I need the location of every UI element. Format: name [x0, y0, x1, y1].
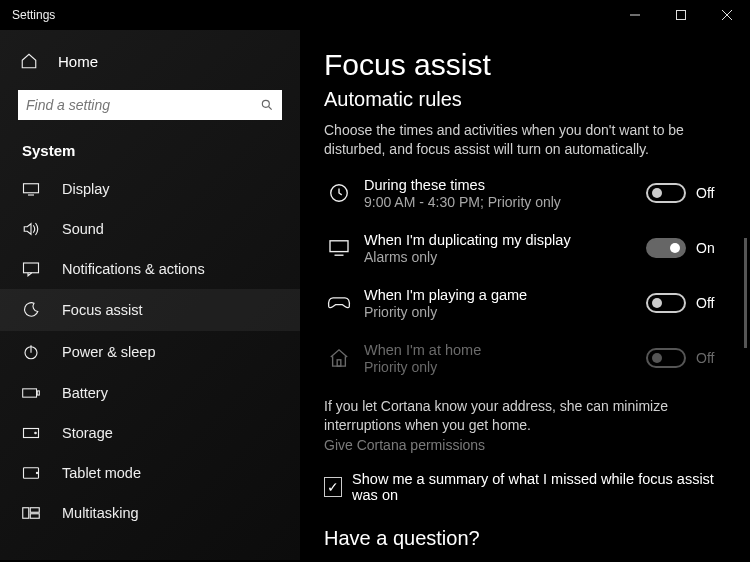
home-button[interactable]: Home — [0, 42, 300, 80]
game-icon — [324, 295, 354, 311]
rule-subtitle: Priority only — [364, 359, 646, 375]
summary-checkbox-row[interactable]: Show me a summary of what I missed while… — [324, 471, 720, 503]
sidebar-item-label: Battery — [62, 385, 108, 401]
close-button[interactable] — [704, 0, 750, 30]
sidebar-item-battery[interactable]: Battery — [0, 373, 300, 413]
svg-point-4 — [262, 100, 269, 107]
scrollbar[interactable] — [744, 238, 747, 348]
summary-checkbox-label: Show me a summary of what I missed while… — [352, 471, 720, 503]
sidebar-item-label: Tablet mode — [62, 465, 141, 481]
search-wrap — [18, 90, 282, 120]
rule-toggle[interactable] — [646, 183, 686, 203]
summary-checkbox[interactable] — [324, 477, 342, 497]
minimize-button[interactable] — [612, 0, 658, 30]
sidebar-item-display[interactable]: Display — [0, 169, 300, 209]
rule-at-home: When I'm at home Priority only Off — [324, 342, 720, 375]
rule-title: When I'm duplicating my display — [364, 232, 646, 248]
sidebar-item-notifications[interactable]: Notifications & actions — [0, 249, 300, 289]
page-title: Focus assist — [324, 48, 720, 82]
svg-point-14 — [35, 432, 37, 434]
cortana-hint: If you let Cortana know your address, sh… — [324, 397, 694, 435]
clock-icon — [324, 182, 354, 204]
svg-rect-18 — [30, 508, 39, 513]
window-title: Settings — [12, 8, 55, 22]
multitasking-icon — [22, 506, 40, 520]
rule-toggle — [646, 348, 686, 368]
sidebar-item-label: Power & sleep — [62, 344, 156, 360]
sidebar: Home System Display Sound Notifications … — [0, 30, 300, 560]
search-icon — [260, 98, 274, 116]
search-input[interactable] — [18, 90, 282, 120]
cortana-permissions-link[interactable]: Give Cortana permissions — [324, 437, 720, 453]
focus-assist-icon — [22, 301, 40, 319]
notifications-icon — [22, 261, 40, 277]
titlebar: Settings — [0, 0, 750, 30]
power-icon — [22, 343, 40, 361]
rule-subtitle: 9:00 AM - 4:30 PM; Priority only — [364, 194, 646, 210]
svg-point-16 — [36, 472, 37, 473]
svg-rect-8 — [24, 263, 39, 273]
rule-toggle[interactable] — [646, 293, 686, 313]
home-icon — [20, 52, 38, 70]
monitor-icon — [324, 239, 354, 257]
toggle-state: Off — [696, 350, 720, 366]
display-icon — [22, 182, 40, 196]
sidebar-item-label: Sound — [62, 221, 104, 237]
rule-playing-game[interactable]: When I'm playing a game Priority only Of… — [324, 287, 720, 320]
window-controls — [612, 0, 750, 30]
svg-rect-1 — [677, 11, 686, 20]
svg-rect-21 — [330, 241, 348, 252]
svg-rect-11 — [23, 389, 37, 397]
svg-rect-19 — [30, 514, 39, 519]
toggle-state: Off — [696, 295, 720, 311]
sidebar-item-label: Storage — [62, 425, 113, 441]
rule-title: When I'm playing a game — [364, 287, 646, 303]
maximize-button[interactable] — [658, 0, 704, 30]
sidebar-item-storage[interactable]: Storage — [0, 413, 300, 453]
storage-icon — [22, 426, 40, 440]
rule-subtitle: Alarms only — [364, 249, 646, 265]
sidebar-item-focus-assist[interactable]: Focus assist — [0, 289, 300, 331]
rule-duplicating-display[interactable]: When I'm duplicating my display Alarms o… — [324, 232, 720, 265]
sidebar-item-power[interactable]: Power & sleep — [0, 331, 300, 373]
svg-rect-6 — [24, 184, 39, 193]
sidebar-item-multitasking[interactable]: Multitasking — [0, 493, 300, 533]
svg-rect-12 — [37, 391, 39, 395]
toggle-state: On — [696, 240, 720, 256]
sidebar-item-sound[interactable]: Sound — [0, 209, 300, 249]
svg-rect-17 — [23, 508, 29, 519]
rule-title: During these times — [364, 177, 646, 193]
toggle-state: Off — [696, 185, 720, 201]
home-rule-icon — [324, 348, 354, 368]
rule-title: When I'm at home — [364, 342, 646, 358]
rule-during-these-times[interactable]: During these times 9:00 AM - 4:30 PM; Pr… — [324, 177, 720, 210]
sidebar-item-label: Focus assist — [62, 302, 143, 318]
sidebar-item-label: Multitasking — [62, 505, 139, 521]
content: Focus assist Automatic rules Choose the … — [300, 30, 750, 560]
section-description: Choose the times and activities when you… — [324, 121, 694, 159]
sidebar-item-tablet[interactable]: Tablet mode — [0, 453, 300, 493]
section-title: Automatic rules — [324, 88, 720, 111]
svg-rect-23 — [337, 360, 341, 366]
sidebar-section-label: System — [0, 136, 300, 169]
svg-line-5 — [269, 107, 272, 110]
rule-toggle[interactable] — [646, 238, 686, 258]
question-heading: Have a question? — [324, 527, 720, 550]
battery-icon — [22, 387, 40, 399]
sound-icon — [22, 221, 40, 237]
tablet-icon — [22, 466, 40, 480]
rule-subtitle: Priority only — [364, 304, 646, 320]
sidebar-item-label: Display — [62, 181, 110, 197]
sidebar-item-label: Notifications & actions — [62, 261, 205, 277]
home-label: Home — [58, 53, 98, 70]
